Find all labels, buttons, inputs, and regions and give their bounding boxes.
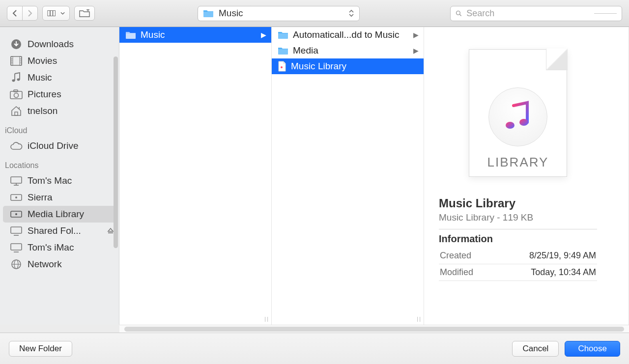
sidebar: Downloads Movies Music Pictures tnelson [0, 27, 119, 325]
search-field[interactable] [450, 6, 622, 21]
column-2: Automaticall...dd to Music ▶ Media ▶ Mus… [272, 27, 424, 325]
preview-title: Music Library [439, 196, 597, 210]
file-row-music-library[interactable]: Music Library [272, 58, 424, 74]
svg-point-41 [519, 119, 528, 126]
folder-icon [203, 9, 214, 18]
download-icon [10, 39, 23, 50]
view-mode-button[interactable] [42, 6, 70, 21]
sidebar-item-home[interactable]: tnelson [0, 103, 119, 119]
sidebar-item-toms-mac[interactable]: Tom's Mac [0, 172, 119, 189]
back-button[interactable] [7, 6, 23, 21]
sidebar-item-network[interactable]: Network [0, 256, 119, 273]
preview-subtitle: Music Library - 119 KB [439, 212, 597, 229]
horizontal-scrollbar[interactable] [119, 325, 629, 333]
sidebar-item-media-library[interactable]: Media Library [3, 206, 116, 223]
folder-icon [125, 30, 136, 39]
svg-point-21 [14, 93, 19, 98]
path-dropdown[interactable]: Music [198, 6, 360, 21]
sidebar-label: Network [28, 259, 62, 270]
sidebar-scrollbar[interactable] [114, 56, 118, 248]
music-note-icon [501, 100, 535, 134]
sidebar-label: Music [28, 72, 52, 83]
svg-point-39 [281, 66, 283, 68]
drive-icon [10, 192, 23, 203]
sidebar-item-movies[interactable]: Movies [0, 53, 119, 69]
movie-icon [10, 56, 23, 66]
sidebar-label: Media Library [28, 209, 84, 220]
chevron-right-icon: ▶ [413, 47, 419, 55]
folder-row-music[interactable]: Music ▶ [119, 27, 271, 43]
sidebar-label: Movies [28, 56, 57, 66]
svg-rect-24 [11, 177, 22, 183]
sidebar-item-toms-imac[interactable]: Tom's iMac [0, 239, 119, 256]
info-row-modified: Modified Today, 10:34 AM [439, 264, 597, 281]
folder-icon [278, 30, 288, 39]
sidebar-item-music[interactable]: Music [0, 69, 119, 86]
globe-icon [10, 259, 23, 270]
svg-point-5 [457, 11, 460, 15]
column-resize-handle[interactable]: || [264, 316, 269, 322]
info-key: Modified [440, 267, 473, 278]
svg-rect-20 [14, 90, 18, 92]
eject-icon[interactable] [107, 227, 114, 234]
svg-rect-2 [53, 11, 56, 16]
sidebar-label: tnelson [28, 106, 57, 116]
info-value: Today, 10:34 AM [531, 267, 596, 278]
sidebar-label: Sierra [28, 192, 53, 203]
svg-point-30 [15, 213, 17, 215]
preview-icon: LIBRARY [469, 49, 567, 177]
drive-icon [10, 209, 23, 220]
svg-line-6 [459, 14, 461, 16]
row-label: Media [293, 45, 318, 56]
svg-rect-34 [11, 244, 22, 250]
svg-point-40 [506, 122, 515, 129]
chevron-right-icon: ▶ [413, 31, 419, 39]
chevron-right-icon: ▶ [261, 31, 266, 39]
info-value: 8/25/19, 9:49 AM [529, 251, 596, 261]
sidebar-heading-locations: Locations [0, 154, 119, 172]
document-icon [278, 61, 286, 72]
main-area: Downloads Movies Music Pictures tnelson [0, 27, 629, 325]
column-1: Music ▶ || [119, 27, 272, 325]
sidebar-item-shared-folder[interactable]: Shared Fol... [0, 223, 119, 239]
sidebar-item-icloud-drive[interactable]: iCloud Drive [0, 138, 119, 154]
svg-point-17 [12, 80, 15, 82]
preview-info-heading: Information [439, 233, 597, 245]
search-icon [456, 9, 461, 17]
sidebar-label: Shared Fol... [28, 225, 81, 236]
footer: New Folder Cancel Choose [0, 333, 629, 364]
cloud-icon [10, 140, 23, 151]
sidebar-label: iCloud Drive [28, 140, 78, 151]
divider [594, 13, 617, 14]
desktop-icon [10, 242, 23, 253]
sidebar-item-pictures[interactable]: Pictures [0, 86, 119, 103]
nav-back-forward [7, 6, 38, 21]
search-input[interactable] [465, 8, 590, 19]
sidebar-heading-icloud: iCloud [0, 119, 119, 138]
svg-point-28 [15, 196, 17, 198]
forward-button[interactable] [22, 6, 38, 21]
cancel-button[interactable]: Cancel [512, 341, 559, 357]
column-resize-handle[interactable]: || [417, 316, 422, 322]
folder-row-media[interactable]: Media ▶ [272, 43, 424, 58]
row-label: Automaticall...dd to Music [293, 29, 399, 40]
sidebar-item-sierra[interactable]: Sierra [0, 189, 119, 206]
preview-pane: LIBRARY Music Library Music Library - 11… [424, 27, 612, 325]
row-label: Music Library [291, 61, 346, 72]
new-folder-button[interactable]: New Folder [9, 341, 72, 357]
sidebar-label: Tom's Mac [28, 175, 72, 186]
new-folder-toolbar-button[interactable] [74, 6, 95, 21]
column-browser: Music ▶ || Automaticall...dd to Music ▶ … [119, 27, 629, 325]
sidebar-item-downloads[interactable]: Downloads [0, 36, 119, 53]
sidebar-label: Downloads [28, 39, 74, 50]
folder-icon [278, 46, 288, 55]
choose-button[interactable]: Choose [565, 341, 620, 357]
info-key: Created [440, 251, 471, 261]
svg-rect-1 [50, 11, 53, 16]
folder-row-auto-add[interactable]: Automaticall...dd to Music ▶ [272, 27, 424, 43]
desktop-icon [10, 225, 23, 236]
scrollbar-thumb[interactable] [124, 327, 624, 332]
info-row-created: Created 8/25/19, 9:49 AM [439, 248, 597, 264]
music-icon [10, 72, 23, 83]
dropdown-chevrons-icon [348, 10, 354, 17]
